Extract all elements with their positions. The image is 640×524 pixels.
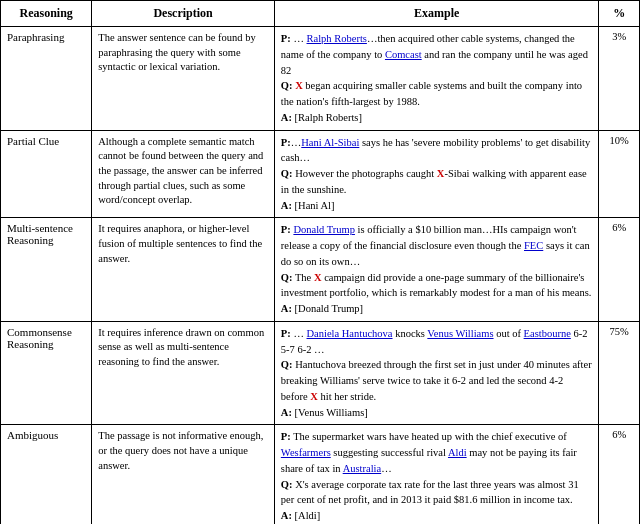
description-ambiguous: The passage is not informative enough, o…	[92, 425, 275, 524]
link-wesfarmers: Wesfarmers	[281, 447, 331, 458]
percent-paraphrasing: 3%	[599, 27, 640, 131]
description-paraphrasing: The answer sentence can be found by para…	[92, 27, 275, 131]
table-row: Ambiguous The passage is not informative…	[1, 425, 640, 524]
percent-commonsense: 75%	[599, 321, 640, 425]
link-daniela-hantuchova: Daniela Hantuchova	[307, 328, 393, 339]
header-description: Description	[92, 1, 275, 27]
link-eastbourne: Eastbourne	[524, 328, 571, 339]
link-hani-al-sibai: Hani Al-Sibai	[301, 137, 359, 148]
example-paraphrasing: P: … Ralph Roberts…then acquired other c…	[274, 27, 599, 131]
percent-multi-sentence: 6%	[599, 218, 640, 322]
percent-ambiguous: 6%	[599, 425, 640, 524]
header-example: Example	[274, 1, 599, 27]
red-x-3: X	[314, 272, 322, 283]
link-comcast: Comcast	[385, 49, 422, 60]
red-x-4: X	[310, 391, 318, 402]
link-ralph-roberts: Ralph Roberts	[307, 33, 367, 44]
example-ambiguous: P: The supermarket wars have heated up w…	[274, 425, 599, 524]
link-australia: Australia	[343, 463, 382, 474]
reasoning-commonsense: Commonsense Reasoning	[1, 321, 92, 425]
link-fec: FEC	[524, 240, 543, 251]
description-multi-sentence: It requires anaphora, or higher-level fu…	[92, 218, 275, 322]
header-reasoning: Reasoning	[1, 1, 92, 27]
example-multi-sentence: P: Donald Trump is officially a $10 bill…	[274, 218, 599, 322]
percent-partial-clue: 10%	[599, 130, 640, 218]
example-commonsense: P: … Daniela Hantuchova knocks Venus Wil…	[274, 321, 599, 425]
link-venus-williams: Venus Williams	[427, 328, 493, 339]
table-row: Partial Clue Although a complete semanti…	[1, 130, 640, 218]
example-partial-clue: P:…Hani Al-Sibai says he has 'severe mob…	[274, 130, 599, 218]
link-donald-trump: Donald Trump	[293, 224, 355, 235]
link-aldi: Aldi	[448, 447, 467, 458]
table-row: Commonsense Reasoning It requires infere…	[1, 321, 640, 425]
description-commonsense: It requires inference drawn on common se…	[92, 321, 275, 425]
reasoning-partial-clue: Partial Clue	[1, 130, 92, 218]
reasoning-multi-sentence: Multi-sentence Reasoning	[1, 218, 92, 322]
red-x-2: X	[437, 168, 445, 179]
header-percent: %	[599, 1, 640, 27]
description-partial-clue: Although a complete semantic match canno…	[92, 130, 275, 218]
table-row: Multi-sentence Reasoning It requires ana…	[1, 218, 640, 322]
reasoning-ambiguous: Ambiguous	[1, 425, 92, 524]
table-row: Paraphrasing The answer sentence can be …	[1, 27, 640, 131]
reasoning-paraphrasing: Paraphrasing	[1, 27, 92, 131]
red-x-1: X	[295, 80, 303, 91]
